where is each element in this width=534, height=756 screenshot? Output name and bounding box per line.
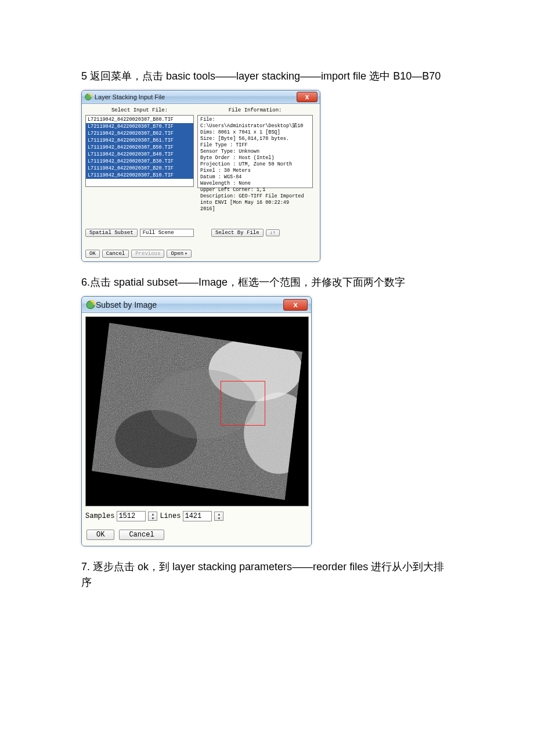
- list-item[interactable]: L71119042_04220020307_B40.TIF: [86, 151, 193, 158]
- sort-arrow-button[interactable]: ↓↑: [266, 229, 280, 236]
- titlebar[interactable]: Subset by Image x: [82, 297, 311, 313]
- lines-label: Lines: [160, 512, 181, 520]
- app-icon: [85, 300, 96, 310]
- ok-button[interactable]: OK: [85, 250, 100, 258]
- dialog-body: Samples ▴▾ Lines ▴▾ OK Cancel: [82, 313, 311, 546]
- image-preview[interactable]: [85, 316, 309, 506]
- instruction-step6: 6.点击 spatial subset——Image，框选一个范围，并修改下面两…: [81, 275, 453, 290]
- app-icon: [84, 93, 92, 101]
- titlebar[interactable]: Layer Stacking Input File x: [82, 91, 320, 104]
- previous-button: Previous: [131, 250, 164, 258]
- list-item[interactable]: L71119042_04220020307_B10.TIF: [86, 172, 193, 179]
- cancel-button[interactable]: Cancel: [119, 530, 164, 540]
- dialog-title: Layer Stacking Input File: [95, 93, 297, 100]
- dialog-title: Subset by Image: [96, 300, 283, 309]
- list-item[interactable]: L72119042_04220020307_B70.TIF: [86, 123, 193, 130]
- list-item[interactable]: L71119042_04220020307_B30.TIF: [86, 158, 193, 165]
- file-info-header: File Information:: [197, 107, 313, 115]
- lines-input[interactable]: [183, 511, 212, 521]
- samples-label: Samples: [85, 512, 114, 520]
- input-file-list[interactable]: L72119042_04220020307_B80.TIFL72119042_0…: [85, 115, 194, 187]
- instruction-step5: 5 返回菜单，点击 basic tools——layer stacking——i…: [81, 69, 453, 84]
- open-dropdown-button[interactable]: Open: [167, 250, 191, 258]
- samples-spinner[interactable]: ▴▾: [148, 512, 157, 521]
- list-item[interactable]: L72119042_04220020307_B62.TIF: [86, 130, 193, 137]
- list-item[interactable]: L72119042_04220020307_B80.TIF: [86, 116, 193, 123]
- layer-stacking-dialog: Layer Stacking Input File x Select Input…: [81, 90, 320, 262]
- spatial-subset-value: Full Scene: [140, 229, 194, 237]
- select-input-header: Select Input File:: [85, 107, 194, 115]
- cancel-button[interactable]: Cancel: [102, 250, 129, 258]
- satellite-image: [86, 317, 308, 506]
- select-by-file-button[interactable]: Select By File: [211, 229, 264, 237]
- close-button[interactable]: x: [283, 299, 308, 311]
- list-item[interactable]: L71119042_04220020307_B20.TIF: [86, 165, 193, 172]
- close-button[interactable]: x: [297, 92, 317, 102]
- spatial-subset-button[interactable]: Spatial Subset: [85, 229, 138, 237]
- subset-by-image-dialog: Subset by Image x: [81, 296, 312, 546]
- lines-spinner[interactable]: ▴▾: [214, 512, 223, 521]
- close-icon: x: [293, 300, 297, 309]
- list-item[interactable]: L71119042_04220020307_B61.TIF: [86, 137, 193, 144]
- selection-rectangle[interactable]: [221, 381, 265, 426]
- dimensions-row: Samples ▴▾ Lines ▴▾: [85, 511, 308, 521]
- instruction-step7: 7. 逐步点击 ok，到 layer stacking parameters——…: [81, 559, 453, 591]
- list-item[interactable]: L71119042_04220020307_B50.TIF: [86, 144, 193, 151]
- ok-button[interactable]: OK: [86, 530, 114, 540]
- close-icon: x: [305, 93, 309, 100]
- file-info-box: File: C:\Users\Administrator\Desktop\第10…: [197, 115, 313, 188]
- samples-input[interactable]: [117, 511, 146, 521]
- dialog-body: Select Input File: L72119042_04220020307…: [82, 104, 320, 261]
